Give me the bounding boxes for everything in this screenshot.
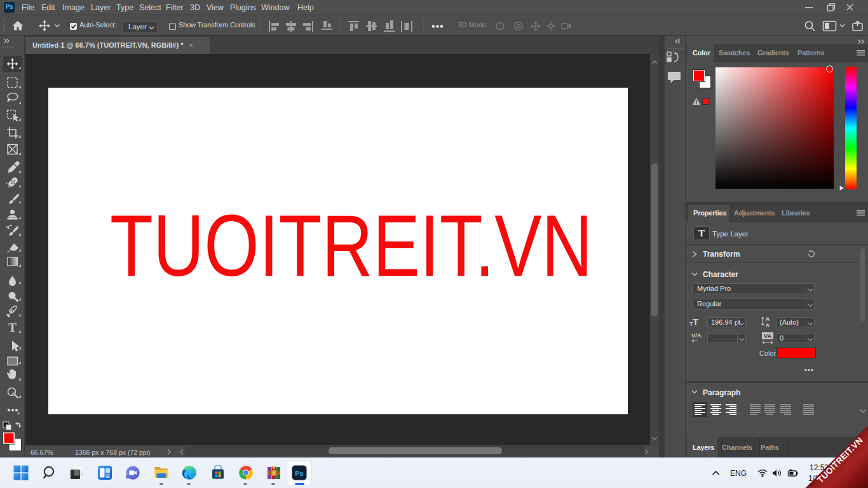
svg-text:V/A: V/A — [691, 332, 702, 339]
svg-text:A: A — [766, 322, 770, 328]
svg-text:T: T — [8, 321, 17, 334]
svg-text:VA: VA — [764, 332, 772, 339]
svg-text:Ps: Ps — [295, 470, 303, 477]
